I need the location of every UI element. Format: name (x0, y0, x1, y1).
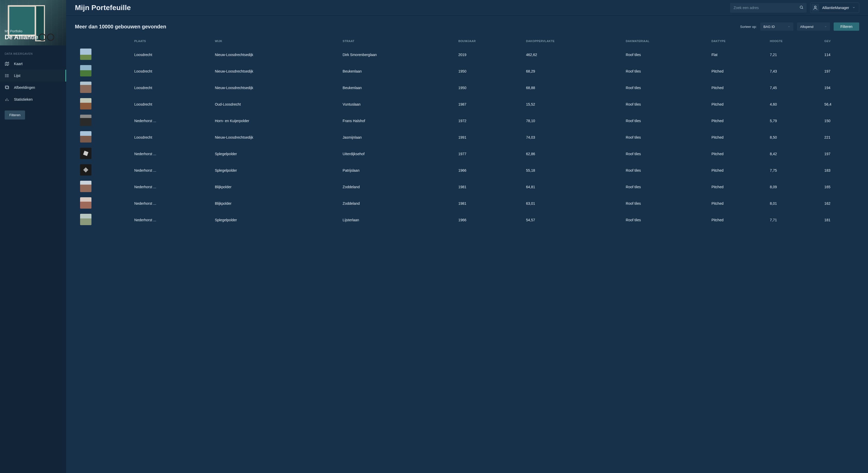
results-count: Meer dan 10000 gebouwen gevonden (75, 24, 737, 30)
cell-hoogte: 7,43 (767, 63, 821, 79)
table-row[interactable]: LoosdrechtNieuw-LoosdrechtsedijkBeukenla… (75, 79, 859, 96)
search-input[interactable] (730, 6, 797, 10)
sidebar-item-afbeeldingen[interactable]: Afbeeldingen (0, 81, 66, 94)
cell-bouwjaar: 2019 (455, 46, 523, 63)
sort-field-value: BAG ID (764, 25, 775, 29)
building-thumbnail (80, 197, 91, 209)
cell-gev: 183 (821, 162, 859, 179)
sidebar-item-statistieken[interactable]: Statistieken (0, 94, 66, 105)
sidebar-item-lijst[interactable]: Lijst (0, 70, 66, 81)
cell-bouwjaar: 1950 (455, 79, 523, 96)
cell-hoogte: 7,21 (767, 46, 821, 63)
column-header[interactable]: WIJK (212, 36, 340, 46)
building-thumbnail (80, 214, 91, 225)
cell-daktype: Pitched (708, 195, 767, 212)
cell-dakoppervlakte: 15,52 (523, 96, 623, 112)
cell-dakoppervlakte: 78,10 (523, 112, 623, 129)
sidebar-filter-button[interactable]: Filteren (5, 110, 25, 120)
table-row[interactable]: LoosdrechtOud-LoosdrechtVuntuslaan198715… (75, 96, 859, 112)
cell-hoogte: 7,75 (767, 162, 821, 179)
column-header[interactable]: DAKOPPERVLAKTE (523, 36, 623, 46)
cell-wijk: Nieuw-Loosdrechtsedijk (212, 63, 340, 79)
table-row[interactable]: Nederhorst ...BlijkpolderZoddeland198163… (75, 195, 859, 212)
cell-dakoppervlakte: 54,57 (523, 212, 623, 228)
cell-straat: Vuntuslaan (339, 96, 455, 112)
cell-straat: Beukenlaan (339, 79, 455, 96)
building-thumbnail (80, 164, 91, 176)
table-row[interactable]: Nederhorst ...BlijkpolderZoddeland198164… (75, 179, 859, 195)
cell-plaats: Nederhorst ... (131, 146, 212, 162)
column-header[interactable]: HOOGTE (767, 36, 821, 46)
table-row[interactable]: Nederhorst ...SplegelpolderLijsterlaan19… (75, 212, 859, 228)
cell-dakmateriaal: Roof tiles (623, 79, 708, 96)
table-row[interactable]: LoosdrechtNieuw-LoosdrechtsedijkJasmijnl… (75, 129, 859, 146)
table-row[interactable]: Nederhorst ...SplegelpolderPatrijslaan19… (75, 162, 859, 179)
cell-wijk: Splegelpolder (212, 162, 340, 179)
cell-daktype: Pitched (708, 129, 767, 146)
cell-dakoppervlakte: 63,01 (523, 195, 623, 212)
column-header[interactable]: BOUWJAAR (455, 36, 523, 46)
column-header[interactable]: DAKMATERIAAL (623, 36, 708, 46)
search-button[interactable] (797, 3, 807, 13)
cell-straat: Patrijslaan (339, 162, 455, 179)
column-header[interactable]: STRAAT (339, 36, 455, 46)
filter-button[interactable]: Filteren (834, 23, 859, 31)
cell-straat: Dirk Smorenberglaan (339, 46, 455, 63)
sort-field-select[interactable]: BAG ID (760, 23, 793, 31)
cell-dakmateriaal: Roof tiles (623, 46, 708, 63)
table-row[interactable]: Nederhorst ...SplegelpolderUiterdijkseho… (75, 146, 859, 162)
table-scroll[interactable]: PLAATSWIJKSTRAATBOUWJAARDAKOPPERVLAKTEDA… (75, 36, 859, 468)
cell-wijk: Horn- en Kuijerpolder (212, 112, 340, 129)
sidebar-item-label: Afbeeldingen (14, 86, 35, 90)
cell-hoogte: 8,42 (767, 146, 821, 162)
search-field[interactable] (730, 3, 807, 13)
cell-bouwjaar: 1981 (455, 179, 523, 195)
cell-dakmateriaal: Roof tiles (623, 63, 708, 79)
sidebar-item-kaart[interactable]: Kaart (0, 58, 66, 70)
column-thumbnail (75, 36, 131, 46)
user-menu[interactable]: AlliantieManager (810, 3, 859, 13)
cell-bouwjaar: 1991 (455, 129, 523, 146)
chevron-down-icon (824, 25, 827, 29)
chevron-down-icon (788, 25, 790, 29)
cell-wijk: Blijkpolder (212, 195, 340, 212)
table-row[interactable]: Nederhorst ...Horn- en KuijerpolderFrans… (75, 112, 859, 129)
cell-straat: Uiterdijksehof (339, 146, 455, 162)
cell-bouwjaar: 1981 (455, 195, 523, 212)
cell-daktype: Pitched (708, 162, 767, 179)
cell-wijk: Nieuw-Loosdrechtsedijk (212, 46, 340, 63)
table-row[interactable]: LoosdrechtNieuw-LoosdrechtsedijkBeukenla… (75, 63, 859, 79)
cell-dakmateriaal: Roof tiles (623, 96, 708, 112)
map-icon (5, 62, 9, 66)
images-icon (5, 85, 9, 90)
cell-straat: Zoddeland (339, 179, 455, 195)
cell-bouwjaar: 1966 (455, 212, 523, 228)
cell-bouwjaar: 1950 (455, 63, 523, 79)
buildings-table: PLAATSWIJKSTRAATBOUWJAARDAKOPPERVLAKTEDA… (75, 36, 859, 228)
sidebar-section-label: DATA WEERGAVEN (0, 45, 66, 58)
cell-dakmateriaal: Roof tiles (623, 112, 708, 129)
cell-plaats: Loosdrecht (131, 96, 212, 112)
table-row[interactable]: LoosdrechtNieuw-LoosdrechtsedijkDirk Smo… (75, 46, 859, 63)
cell-dakmateriaal: Roof tiles (623, 162, 708, 179)
svg-line-15 (802, 8, 803, 9)
cell-dakmateriaal: Roof tiles (623, 129, 708, 146)
cell-dakoppervlakte: 62,86 (523, 146, 623, 162)
cell-wijk: Nieuw-Loosdrechtsedijk (212, 79, 340, 96)
sort-direction-select[interactable]: Aflopend (797, 23, 830, 31)
svg-marker-0 (5, 62, 9, 66)
cell-hoogte: 4,60 (767, 96, 821, 112)
cell-daktype: Pitched (708, 96, 767, 112)
cell-wijk: Splegelpolder (212, 146, 340, 162)
column-header[interactable]: GEV (821, 36, 859, 46)
cell-hoogte: 5,79 (767, 112, 821, 129)
building-thumbnail (80, 98, 91, 109)
cell-gev: 181 (821, 212, 859, 228)
user-avatar-icon (811, 4, 819, 12)
sidebar-item-label: Lijst (14, 74, 21, 78)
column-header[interactable]: PLAATS (131, 36, 212, 46)
column-header[interactable]: DAKTYPE (708, 36, 767, 46)
cell-hoogte: 7,71 (767, 212, 821, 228)
cell-plaats: Nederhorst ... (131, 162, 212, 179)
page-title: Mijn Portefeuille (75, 4, 726, 12)
